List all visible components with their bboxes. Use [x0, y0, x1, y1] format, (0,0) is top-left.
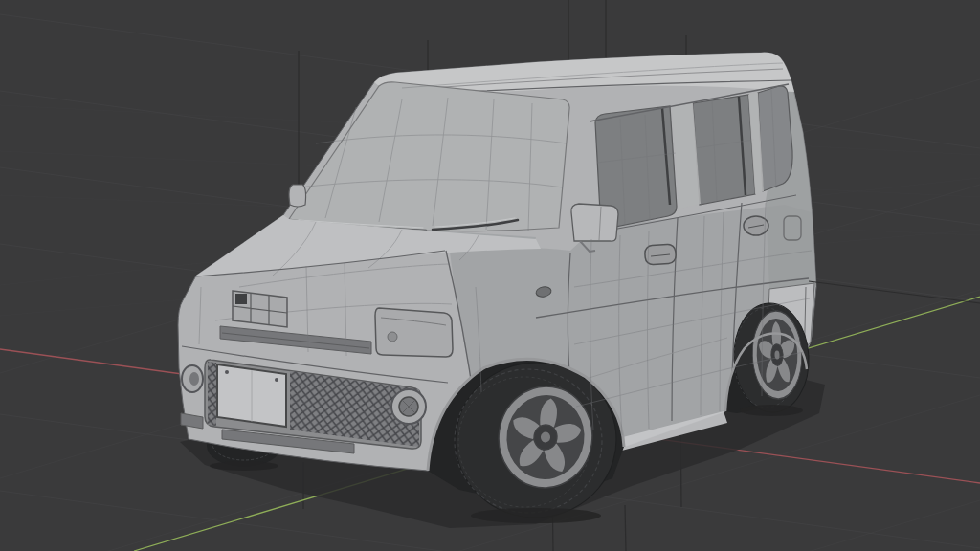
left-mirror	[289, 185, 306, 207]
left-fog-lamp	[182, 365, 203, 392]
left-headlight	[233, 291, 287, 327]
3d-viewport[interactable]	[0, 0, 980, 551]
license-plate	[217, 364, 286, 427]
right-headlight	[375, 308, 453, 357]
front-door-handle	[644, 244, 676, 265]
grille-mesh-left	[208, 362, 216, 426]
right-fog-lamp	[391, 389, 426, 424]
